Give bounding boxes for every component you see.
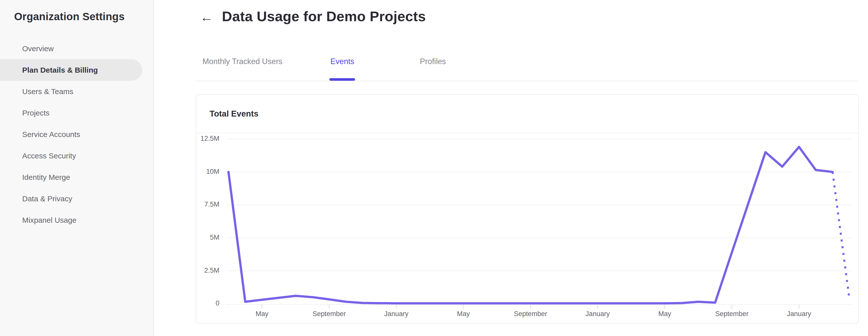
tab-bar-divider [196, 81, 859, 81]
svg-text:May: May [658, 310, 672, 317]
svg-text:5M: 5M [210, 234, 219, 241]
svg-text:12.5M: 12.5M [200, 135, 219, 142]
sidebar-item-projects[interactable]: Projects [0, 102, 154, 124]
sidebar: Organization Settings Overview Plan Deta… [0, 0, 154, 336]
sidebar-item-identity-merge[interactable]: Identity Merge [0, 166, 154, 188]
svg-text:7.5M: 7.5M [204, 201, 219, 208]
svg-text:May: May [256, 310, 269, 317]
svg-text:2.5M: 2.5M [204, 267, 219, 274]
page-title: Data Usage for Demo Projects [222, 8, 426, 25]
sidebar-item-mixpanel-usage[interactable]: Mixpanel Usage [0, 209, 154, 231]
card-header: Total Events [196, 95, 858, 133]
sidebar-nav: Overview Plan Details & Billing Users & … [0, 38, 154, 231]
svg-text:0: 0 [216, 299, 219, 307]
sidebar-item-access-security[interactable]: Access Security [0, 145, 154, 166]
back-arrow-icon[interactable]: ← [200, 7, 218, 27]
line-chart-svg: 02.5M5M7.5M10M12.5MMaySeptemberJanuaryMa… [196, 134, 858, 323]
svg-text:January: January [384, 310, 408, 317]
sidebar-item-data-privacy[interactable]: Data & Privacy [0, 188, 154, 209]
page: Organization Settings Overview Plan Deta… [0, 0, 868, 336]
total-events-card: Total Events 02.5M5M7.5M10M12.5MMaySepte… [196, 94, 859, 324]
tab-bar: Monthly Tracked Users Events Profiles [196, 50, 859, 82]
total-events-chart: 02.5M5M7.5M10M12.5MMaySeptemberJanuaryMa… [196, 134, 858, 323]
svg-text:10M: 10M [206, 168, 219, 175]
svg-text:January: January [787, 310, 811, 317]
sidebar-item-service-accounts[interactable]: Service Accounts [0, 124, 154, 145]
tab-monthly-tracked-users[interactable]: Monthly Tracked Users [203, 50, 282, 74]
active-tab-indicator [329, 78, 355, 81]
sidebar-title: Organization Settings [14, 10, 125, 23]
card-title: Total Events [210, 95, 258, 133]
svg-text:September: September [715, 310, 748, 317]
svg-text:January: January [586, 310, 610, 317]
tab-events[interactable]: Events [330, 50, 354, 74]
sidebar-item-overview[interactable]: Overview [0, 38, 154, 59]
sidebar-item-users-teams[interactable]: Users & Teams [0, 81, 154, 102]
svg-text:September: September [312, 310, 346, 317]
tab-profiles[interactable]: Profiles [420, 50, 446, 74]
svg-text:May: May [457, 310, 470, 317]
svg-text:September: September [514, 310, 547, 317]
sidebar-item-plan-details[interactable]: Plan Details & Billing [0, 59, 142, 81]
